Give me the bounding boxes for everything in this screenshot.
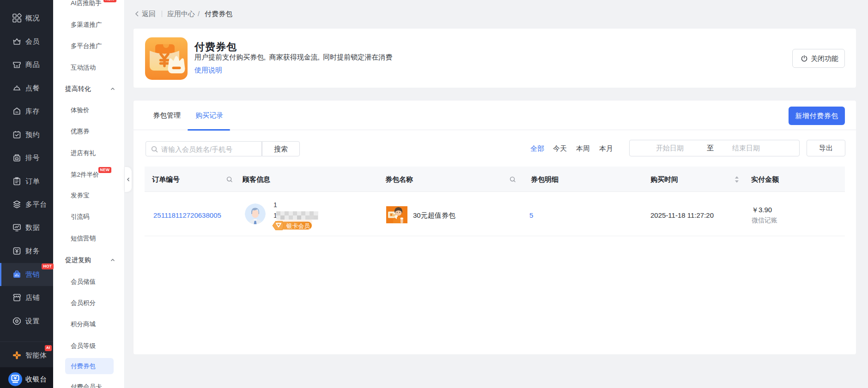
svg-text:银卡会员: 银卡会员 xyxy=(286,222,310,229)
